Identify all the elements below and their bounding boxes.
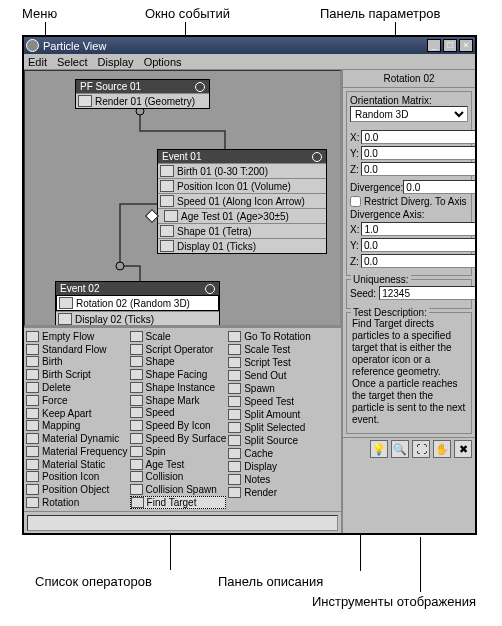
operator-row[interactable]: Render 01 (Geometry) — [76, 93, 209, 108]
operator-row[interactable]: Display 02 (Ticks) — [56, 311, 219, 326]
palette-item[interactable]: Shape Mark — [130, 394, 227, 407]
palette-item[interactable]: Scale — [130, 330, 227, 343]
palette-item[interactable]: Material Frequency — [26, 445, 128, 458]
tool-zoom-icon[interactable]: 🔍 — [391, 440, 409, 458]
operator-row[interactable]: Position Icon 01 (Volume) — [158, 178, 326, 193]
dx-input[interactable] — [361, 222, 475, 236]
node-pf-source[interactable]: PF Source 01 Render 01 (Geometry) — [75, 79, 210, 109]
x-input[interactable] — [361, 130, 475, 144]
operator-label: Shape 01 (Tetra) — [177, 226, 252, 237]
palette-item[interactable]: Collision — [130, 470, 227, 483]
orientation-combo[interactable]: Random 3D — [350, 106, 468, 122]
divergence-input[interactable] — [403, 180, 475, 194]
node-event-01[interactable]: Event 01 Birth 01 (0-30 T:200) Position … — [157, 149, 327, 254]
svg-point-1 — [116, 262, 124, 270]
operator-row[interactable]: Age Test 01 (Age>30±5) — [158, 208, 326, 223]
palette-item[interactable]: Shape — [130, 356, 227, 369]
tool-pan-icon[interactable]: ✋ — [433, 440, 451, 458]
rotation-icon — [59, 297, 73, 309]
palette-item[interactable]: Force — [26, 394, 128, 407]
palette-item[interactable]: Scale Test — [228, 343, 311, 356]
palette-item[interactable]: Render — [228, 486, 311, 499]
minimize-button[interactable]: _ — [427, 39, 441, 52]
y-input[interactable] — [361, 146, 475, 160]
palette-label: Delete — [42, 382, 71, 393]
z-input[interactable] — [361, 162, 475, 176]
unique-legend: Uniqueness: — [351, 274, 411, 285]
palette-label: Speed By Icon — [146, 420, 211, 431]
palette-item[interactable]: Position Object — [26, 483, 128, 496]
operator-row[interactable]: Speed 01 (Along Icon Arrow) — [158, 193, 326, 208]
palette-item[interactable]: Collision Spawn — [130, 483, 227, 496]
operator-icon — [130, 433, 143, 444]
palette-item[interactable]: Find Target — [130, 496, 227, 509]
operator-row[interactable]: Shape 01 (Tetra) — [158, 223, 326, 238]
palette-item[interactable]: Cache — [228, 447, 311, 460]
palette-item[interactable]: Mapping — [26, 419, 128, 432]
palette-item[interactable]: Material Dynamic — [26, 432, 128, 445]
dy-input[interactable] — [361, 238, 475, 252]
palette-item[interactable]: Script Operator — [130, 343, 227, 356]
palette-item[interactable]: Send Out — [228, 369, 311, 382]
operator-row[interactable]: Display 01 (Ticks) — [158, 238, 326, 253]
test-output-port[interactable] — [145, 209, 159, 223]
menu-display[interactable]: Display — [98, 56, 134, 68]
menu-edit[interactable]: Edit — [28, 56, 47, 68]
palette-item[interactable]: Shape Instance — [130, 381, 227, 394]
menu-options[interactable]: Options — [144, 56, 182, 68]
seed-input[interactable] — [379, 286, 475, 300]
palette-item[interactable]: Birth Script — [26, 368, 128, 381]
palette-item[interactable]: Split Amount — [228, 408, 311, 421]
tool-nodisplay-icon[interactable]: ✖ — [454, 440, 472, 458]
operator-row[interactable]: Rotation 02 (Random 3D) — [56, 295, 219, 311]
maximize-button[interactable]: □ — [443, 39, 457, 52]
palette-label: Mapping — [42, 420, 80, 431]
palette-item[interactable]: Age Test — [130, 458, 227, 471]
palette-item[interactable]: Empty Flow — [26, 330, 128, 343]
node-toggle-icon[interactable] — [205, 284, 215, 294]
titlebar[interactable]: Particle View _ □ × — [24, 37, 475, 54]
palette-item[interactable]: Split Selected — [228, 421, 311, 434]
position-icon — [160, 180, 174, 192]
palette-item[interactable]: Shape Facing — [130, 368, 227, 381]
restrict-checkbox[interactable] — [350, 196, 361, 207]
palette-item[interactable]: Position Icon — [26, 471, 128, 484]
palette-item[interactable]: Speed — [130, 407, 227, 420]
window-title: Particle View — [43, 40, 106, 52]
node-toggle-icon[interactable] — [312, 152, 322, 162]
tool-lightbulb-icon[interactable]: 💡 — [370, 440, 388, 458]
dz-input[interactable] — [361, 254, 475, 268]
palette-item[interactable]: Speed Test — [228, 395, 311, 408]
palette-item[interactable]: Split Source — [228, 434, 311, 447]
palette-item[interactable]: Spin — [130, 445, 227, 458]
palette-item[interactable]: Material Static — [26, 458, 128, 471]
palette-item[interactable]: Display — [228, 460, 311, 473]
palette-item[interactable]: Spawn — [228, 382, 311, 395]
palette-item[interactable]: Keep Apart — [26, 407, 128, 420]
palette-item[interactable]: Standard Flow — [26, 343, 128, 356]
operator-icon — [26, 382, 39, 393]
operator-row[interactable]: Birth 01 (0-30 T:200) — [158, 163, 326, 178]
node-header[interactable]: PF Source 01 — [76, 80, 209, 93]
palette-label: Split Source — [244, 435, 298, 446]
tool-zoomextents-icon[interactable]: ⛶ — [412, 440, 430, 458]
node-header[interactable]: Event 02 — [56, 282, 219, 295]
palette-item[interactable]: Go To Rotation — [228, 330, 311, 343]
palette-item[interactable]: Delete — [26, 381, 128, 394]
node-toggle-icon[interactable] — [195, 82, 205, 92]
node-header[interactable]: Event 01 — [158, 150, 326, 163]
palette-item[interactable]: Speed By Surface — [130, 432, 227, 445]
node-event-02[interactable]: Event 02 Rotation 02 (Random 3D) Display… — [55, 281, 220, 326]
particle-view-window: Particle View _ □ × Edit Select Display … — [22, 35, 477, 535]
operator-icon — [228, 331, 241, 342]
palette-item[interactable]: Rotation — [26, 496, 128, 509]
palette-item[interactable]: Notes — [228, 473, 311, 486]
palette-item[interactable]: Speed By Icon — [130, 419, 227, 432]
palette-item[interactable]: Birth — [26, 356, 128, 369]
menu-select[interactable]: Select — [57, 56, 88, 68]
close-button[interactable]: × — [459, 39, 473, 52]
parameters-panel: Rotation 02 Orientation Matrix: Random 3… — [343, 70, 475, 533]
event-canvas[interactable]: PF Source 01 Render 01 (Geometry) Event … — [24, 70, 341, 326]
palette-item[interactable]: Script Test — [228, 356, 311, 369]
operator-icon — [228, 461, 241, 472]
